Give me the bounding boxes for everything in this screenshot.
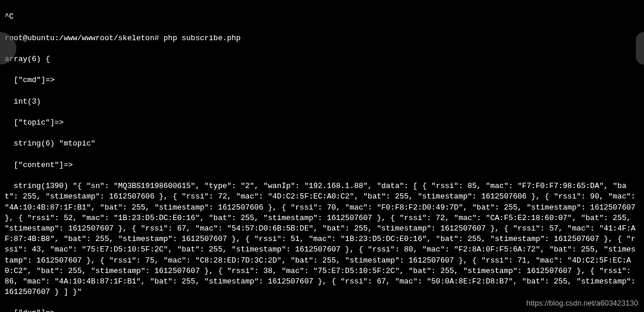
chevron-left-icon: ‹ (5, 41, 12, 55)
terminal-output: ^C root@ubuntu:/www/wwwroot/skeleton# ph… (0, 1, 644, 312)
gallery-next-button[interactable] (636, 32, 644, 65)
array-header: array(6) { (5, 54, 639, 65)
topic-key: ["topic"]=> (5, 118, 639, 128)
content-val: string(1390) "{ "sn": "MQ3BS19198600615"… (5, 181, 639, 297)
cmd-val: int(3) (5, 97, 639, 107)
content-key: ["content"]=> (5, 160, 639, 171)
watermark-text: https://blog.csdn.net/a603423130 (526, 298, 638, 309)
dup-key: ["dup"]=> (5, 308, 639, 312)
cmd-key: ["cmd"]=> (5, 75, 639, 86)
terminal-interrupt: ^C (5, 12, 639, 22)
terminal-prompt-line: root@ubuntu:/www/wwwroot/skeleton# php s… (5, 33, 639, 44)
topic-val: string(6) "mtopic" (5, 139, 639, 149)
